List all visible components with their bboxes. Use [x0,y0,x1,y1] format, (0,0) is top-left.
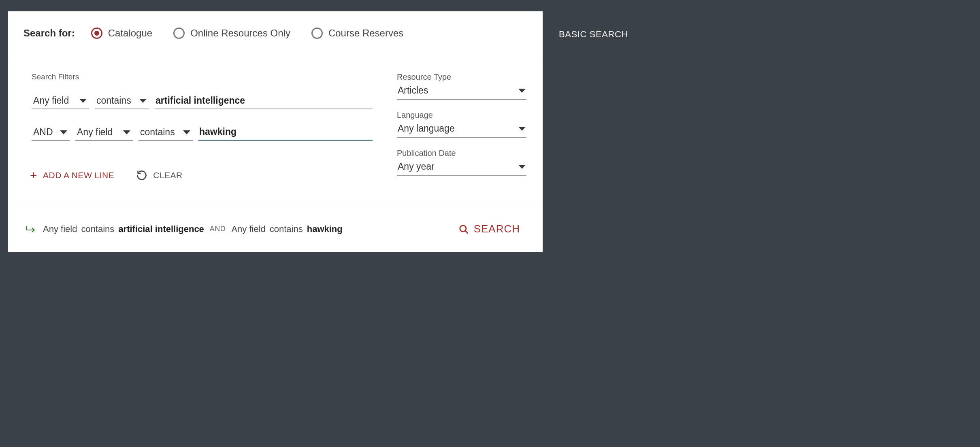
select-value: Any language [398,123,455,134]
chevron-down-icon [79,99,87,103]
operator-select[interactable]: contains [138,125,193,141]
chevron-down-icon [518,127,526,131]
radio-online-resources[interactable]: Online Resources Only [173,28,290,39]
search-scope-radios: Catalogue Online Resources Only Course R… [91,28,404,39]
select-value: AND [33,127,53,138]
limits-column: Resource Type Articles Language Any lang… [397,72,526,187]
field-label: Publication Date [397,149,526,158]
select-value: Any year [398,161,435,172]
select-value: Any field [33,95,69,106]
summary-field: Any field [43,224,77,234]
resource-type-field: Resource Type Articles [397,72,526,100]
select-value: contains [140,127,175,138]
field-select[interactable]: Any field [32,94,89,109]
chevron-down-icon [123,130,130,134]
filters-column: Search Filters Any field contains [32,72,373,187]
select-value: Articles [398,85,428,96]
summary-field: Any field [231,224,265,234]
radio-label: Online Resources Only [190,28,290,39]
radio-label: Course Reserves [328,28,403,39]
button-label: SEARCH [474,223,520,235]
search-term-input[interactable] [155,94,373,109]
footer-row: Any field contains artificial intelligen… [8,207,543,252]
filter-actions: + ADD A NEW LINE CLEAR [30,169,373,181]
search-for-label: Search for: [23,28,75,39]
svg-line-1 [465,230,467,233]
chevron-down-icon [60,130,67,134]
summary-value: artificial intelligence [118,224,204,234]
search-scope-row: Search for: Catalogue Online Resources O… [8,11,543,56]
advanced-search-panel: Search for: Catalogue Online Resources O… [8,11,543,252]
add-line-button[interactable]: + ADD A NEW LINE [30,169,114,181]
resource-type-select[interactable]: Articles [397,83,526,100]
filter-row: Any field contains [32,94,373,109]
radio-icon [91,28,102,39]
boolean-select[interactable]: AND [32,125,70,141]
search-button[interactable]: SEARCH [458,223,520,235]
publication-date-select[interactable]: Any year [397,160,526,176]
button-label: ADD A NEW LINE [43,170,114,180]
plus-icon: + [30,169,37,181]
summary-op: contains [270,224,303,234]
radio-course-reserves[interactable]: Course Reserves [311,28,403,39]
chevron-down-icon [139,99,147,103]
operator-select[interactable]: contains [95,94,149,109]
clear-button[interactable]: CLEAR [136,170,183,181]
filters-title: Search Filters [32,72,373,81]
chevron-down-icon [518,165,526,169]
undo-icon [136,170,147,181]
radio-label: Catalogue [108,28,152,39]
language-field: Language Any language [397,111,526,138]
search-term-input[interactable] [198,125,373,141]
filters-body: Search Filters Any field contains [8,56,543,207]
chevron-down-icon [518,89,526,93]
arrow-return-icon [25,225,36,233]
filter-row: AND Any field contains [32,125,373,141]
chevron-down-icon [183,130,190,134]
field-label: Resource Type [397,72,526,82]
summary-bool: AND [210,225,226,233]
basic-search-link[interactable]: BASIC SEARCH [559,29,628,40]
radio-catalogue[interactable]: Catalogue [91,28,152,39]
query-summary: Any field contains artificial intelligen… [25,224,343,234]
summary-op: contains [81,224,114,234]
field-label: Language [397,111,526,120]
publication-date-field: Publication Date Any year [397,149,526,176]
select-value: Any field [77,127,113,138]
radio-icon [311,28,323,39]
select-value: contains [96,95,131,106]
search-icon [458,224,469,234]
language-select[interactable]: Any language [397,121,526,138]
button-label: CLEAR [153,170,183,180]
summary-value: hawking [307,224,343,234]
radio-icon [173,28,185,39]
field-select[interactable]: Any field [75,125,133,141]
